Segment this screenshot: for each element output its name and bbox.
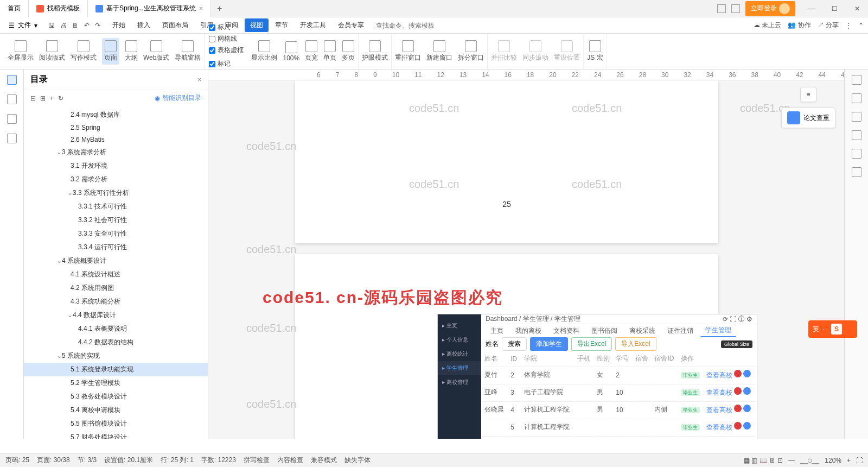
- toc-item[interactable]: 5.1 系统登录功能实现: [24, 363, 208, 376]
- toc-item[interactable]: ⌄4.4 数据库设计: [24, 308, 208, 322]
- settings-icon[interactable]: [852, 112, 861, 122]
- cloud-status[interactable]: ☁ 未上云: [754, 21, 781, 30]
- ribbon-大纲[interactable]: 大纲: [125, 40, 138, 62]
- ribbon-Web版式[interactable]: Web版式: [143, 40, 169, 62]
- status-设置值: 20.1厘米[interactable]: 设置值: 20.1厘米: [104, 456, 153, 465]
- view-icons[interactable]: ▦ ▥ 📖 🗎 ⊡: [744, 457, 783, 464]
- menu-tab-8[interactable]: 会员专享: [333, 18, 369, 32]
- toc-item[interactable]: 5.2 学生管理模块: [24, 376, 208, 390]
- toc-item[interactable]: ⌄3 系统需求分析: [24, 146, 208, 159]
- toc-close-icon[interactable]: ×: [197, 76, 201, 84]
- check-网格线[interactable]: 网格线: [209, 34, 244, 43]
- ribbon-多页[interactable]: 多页: [342, 40, 355, 62]
- more-icon[interactable]: ⋮: [845, 22, 852, 29]
- outline-icon[interactable]: [7, 75, 17, 85]
- add-student-button[interactable]: 添加学生: [530, 337, 568, 351]
- toc-item[interactable]: 4.1 系统设计概述: [24, 268, 208, 281]
- toc-item[interactable]: 3.3.2 社会可行性: [24, 213, 208, 227]
- close-icon[interactable]: ×: [199, 5, 203, 12]
- etab-离校采统[interactable]: 离校采统: [624, 325, 660, 337]
- file-menu[interactable]: ☰ 文件 ▾: [4, 20, 42, 31]
- toc-item[interactable]: ⌄3.3 系统可行性分析: [24, 186, 208, 200]
- menu-tab-7[interactable]: 开发工具: [295, 18, 331, 32]
- ribbon-写作模式[interactable]: 写作模式: [71, 40, 97, 62]
- preview-icon[interactable]: 🗎: [72, 22, 79, 29]
- toc-item[interactable]: 3.3.4 运行可行性: [24, 241, 208, 254]
- status-内容检查[interactable]: 内容检查: [277, 456, 303, 465]
- zoom-in-icon[interactable]: +: [847, 457, 851, 464]
- toc-item[interactable]: 3.2 需求分析: [24, 173, 208, 186]
- side-主页[interactable]: ▸ 主页: [438, 319, 481, 333]
- tab-document[interactable]: 基于Spring...业生离校管理系统×: [88, 0, 211, 17]
- reader-icon[interactable]: [852, 167, 861, 177]
- minimize-button[interactable]: —: [801, 0, 822, 17]
- maximize-button[interactable]: ☐: [824, 0, 845, 17]
- toc-item[interactable]: 3.3.1 技术可行性: [24, 200, 208, 213]
- toc-item[interactable]: 3.3.3 安全可行性: [24, 227, 208, 241]
- share-button[interactable]: ↗ 分享: [818, 21, 839, 30]
- menu-tab-0[interactable]: 开始: [107, 18, 131, 32]
- ribbon-并排比较[interactable]: 并排比较: [491, 40, 517, 62]
- ribbon-显示比例[interactable]: 显示比例: [251, 40, 277, 62]
- undo-icon[interactable]: ↶: [84, 22, 90, 29]
- tab-home[interactable]: 首页: [0, 0, 29, 17]
- toc-item[interactable]: 4.2 系统用例图: [24, 281, 208, 295]
- toc-item[interactable]: 3.1 开发环境: [24, 159, 208, 173]
- side-离校管理[interactable]: ▸ 离校管理: [438, 375, 481, 389]
- search-button[interactable]: 搜索: [502, 337, 527, 351]
- status-节: 3/3[interactable]: 节: 3/3: [78, 456, 97, 465]
- menu-tab-5[interactable]: 视图: [245, 18, 269, 32]
- ribbon-重排窗口[interactable]: 重排窗口: [395, 40, 421, 62]
- redo-icon[interactable]: ↷: [95, 22, 100, 29]
- location-icon[interactable]: [852, 149, 861, 159]
- etab-主页[interactable]: 主页: [486, 325, 508, 337]
- ribbon-页面[interactable]: 页面: [102, 38, 119, 65]
- toc-item[interactable]: 2.4 mysql 数据库: [24, 108, 208, 122]
- etab-文档资料[interactable]: 文档资料: [548, 325, 584, 337]
- etab-证件注销[interactable]: 证件注销: [662, 325, 698, 337]
- status-页码: 25[interactable]: 页码: 25: [5, 456, 29, 465]
- smart-toc-button[interactable]: ◉ 智能识别目录: [155, 93, 201, 103]
- toc-item[interactable]: 4.3 系统功能分析: [24, 295, 208, 308]
- document-area[interactable]: 6789101112131416182022242628303234363840…: [208, 70, 844, 439]
- table-row[interactable]: 夏竹2体育学院女2毕业生查看高校: [482, 367, 756, 383]
- search-input[interactable]: [376, 22, 484, 29]
- edit-icon[interactable]: [852, 75, 861, 85]
- toc-item[interactable]: 5.4 离校申请模块: [24, 403, 208, 417]
- ribbon-新建窗口[interactable]: 新建窗口: [426, 40, 452, 62]
- refresh-icon[interactable]: ↻: [58, 94, 63, 102]
- collapse-icon[interactable]: ⌃: [858, 22, 864, 29]
- fullscreen-icon[interactable]: ⛶: [856, 457, 863, 464]
- status-字数: 12223[interactable]: 字数: 12223: [201, 456, 236, 465]
- ribbon-拆分窗口[interactable]: 拆分窗口: [458, 40, 484, 62]
- folder-icon[interactable]: [7, 94, 17, 104]
- layout-icon[interactable]: [717, 4, 726, 13]
- table-row[interactable]: 张晓晨4计算机工程学院男10内侧毕业生查看高校: [482, 401, 756, 418]
- table-row[interactable]: 5计算机工程学院毕业生查看高校: [482, 419, 756, 435]
- check-表格虚框[interactable]: 表格虚框: [209, 46, 244, 55]
- apps-icon[interactable]: [731, 4, 740, 13]
- toc-item[interactable]: 2.6 MyBatis: [24, 134, 208, 146]
- zoom-out-icon[interactable]: —: [788, 457, 795, 464]
- table-row[interactable]: 亚峰3电子工程学院男10毕业生查看高校: [482, 384, 756, 400]
- select-icon[interactable]: [852, 93, 861, 103]
- menu-toggle[interactable]: ≡: [800, 87, 816, 102]
- side-离校统计[interactable]: ▸ 离校统计: [438, 347, 481, 361]
- status-页面: 30/38[interactable]: 页面: 30/38: [37, 456, 70, 465]
- add-icon[interactable]: +: [50, 94, 54, 102]
- toc-item[interactable]: 5.7 财务处模块设计: [24, 431, 208, 439]
- bookmark-icon[interactable]: [7, 114, 17, 124]
- side-学生管理[interactable]: ▸ 学生管理: [438, 361, 481, 375]
- etab-图书借阅[interactable]: 图书借阅: [586, 325, 622, 337]
- side-个人信息[interactable]: ▸ 个人信息: [438, 333, 481, 347]
- table-row[interactable]: 王冉6计算机应用学院毕业生查看高校: [482, 436, 756, 439]
- toc-item[interactable]: 4.4.1 表概要说明: [24, 322, 208, 336]
- ribbon-同步滚动[interactable]: 同步滚动: [522, 40, 548, 62]
- close-button[interactable]: ✕: [846, 0, 868, 17]
- etab-我的离校[interactable]: 我的离校: [510, 325, 546, 337]
- ribbon-重设位置[interactable]: 重设位置: [554, 40, 580, 62]
- status-拼写检查[interactable]: 拼写检查: [244, 456, 270, 465]
- print-icon[interactable]: 🖨: [60, 22, 67, 29]
- ribbon-阅读版式[interactable]: 阅读版式: [39, 40, 65, 62]
- status-兼容模式[interactable]: 兼容模式: [311, 456, 337, 465]
